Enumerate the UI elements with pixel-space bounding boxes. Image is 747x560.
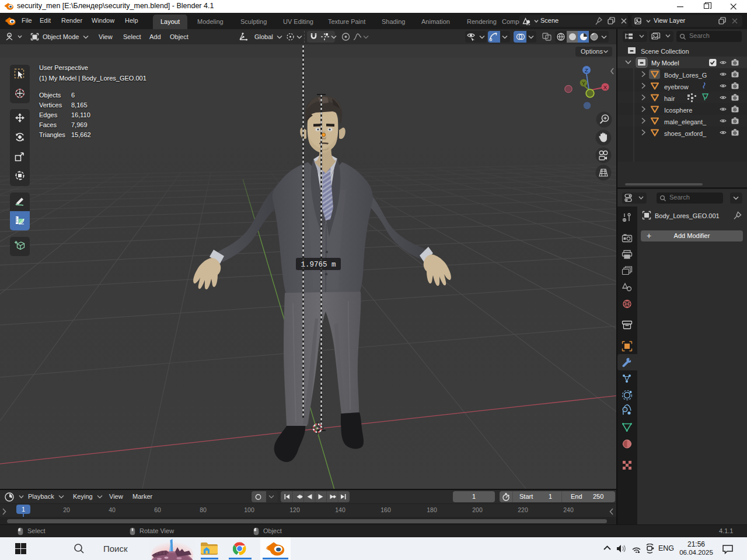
svg-text:40: 40 [109,506,116,513]
svg-text:180: 180 [427,506,437,513]
svg-text:120: 120 [289,506,300,513]
svg-text:Scene Collection: Scene Collection [641,48,689,55]
svg-text:100: 100 [244,506,254,513]
svg-text:Icosphere: Icosphere [664,107,692,114]
svg-text:200: 200 [472,506,483,513]
svg-text:220: 220 [518,506,528,513]
svg-text:240: 240 [563,506,574,513]
svg-text:60: 60 [154,506,161,513]
svg-text:160: 160 [381,506,391,513]
svg-text:140: 140 [335,506,345,513]
svg-text:eyebrow: eyebrow [664,83,689,90]
svg-text:80: 80 [200,506,207,513]
svg-text:Body_Lores_G: Body_Lores_G [664,72,707,79]
svg-text:hair: hair [664,95,675,102]
svg-text:20: 20 [63,506,70,513]
svg-text:shoes_oxford_: shoes_oxford_ [664,130,707,137]
svg-text:male_elegant_: male_elegant_ [664,118,707,125]
svg-text:My Model: My Model [651,60,679,66]
svg-text:1.9765 m: 1.9765 m [301,261,336,269]
